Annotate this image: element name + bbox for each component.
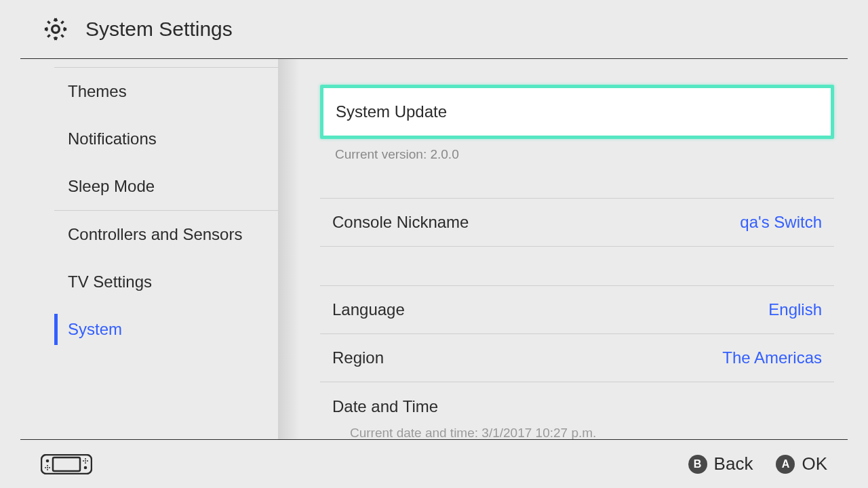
- sidebar-item-themes[interactable]: Themes: [54, 68, 278, 115]
- sidebar-item-label: Controllers and Sensors: [68, 225, 242, 244]
- svg-point-10: [85, 460, 86, 462]
- svg-point-11: [83, 460, 84, 462]
- svg-point-7: [49, 467, 50, 468]
- controller-icon: [41, 454, 92, 474]
- main-area: amiibo Themes Notifications Sleep Mode C…: [20, 59, 854, 439]
- page-title: System Settings: [85, 18, 233, 41]
- gear-icon: [42, 16, 69, 43]
- row-label: Region: [332, 348, 384, 367]
- sidebar-item-notifications[interactable]: Notifications: [54, 115, 278, 163]
- svg-point-5: [47, 467, 48, 468]
- svg-point-8: [47, 465, 48, 466]
- row-value: The Americas: [722, 348, 822, 367]
- datetime-current: Current date and time: 3/1/2017 10:27 p.…: [335, 418, 611, 439]
- svg-point-13: [85, 458, 86, 460]
- sidebar-item-label: Notifications: [68, 129, 157, 148]
- svg-point-0: [52, 26, 60, 33]
- footer-actions: B Back A OK: [688, 453, 827, 474]
- content-pane: System Update Current version: 2.0.0 Con…: [300, 59, 854, 439]
- sidebar-item-label: amiibo: [68, 59, 116, 60]
- sidebar-shadow: [278, 59, 300, 439]
- a-button-icon: A: [776, 455, 795, 474]
- sidebar-item-label: System: [68, 320, 122, 339]
- row-system-update[interactable]: System Update: [320, 85, 834, 139]
- svg-point-12: [87, 460, 88, 462]
- section-gap: [320, 162, 834, 199]
- footer: B Back A OK: [20, 439, 848, 488]
- sidebar-item-label: Sleep Mode: [68, 177, 155, 196]
- row-label: Console Nickname: [332, 213, 469, 232]
- row-label: System Update: [336, 102, 447, 121]
- sidebar-item-sleep-mode[interactable]: Sleep Mode: [54, 163, 278, 210]
- sidebar-item-label: TV Settings: [68, 272, 152, 291]
- b-button-icon: B: [688, 455, 707, 474]
- sidebar: amiibo Themes Notifications Sleep Mode C…: [20, 59, 278, 439]
- row-language[interactable]: Language English: [320, 286, 834, 334]
- svg-point-14: [85, 462, 86, 464]
- svg-point-3: [46, 459, 50, 462]
- back-hint[interactable]: B Back: [688, 453, 753, 474]
- system-update-version: Current version: 2.0.0: [320, 139, 834, 162]
- row-console-nickname[interactable]: Console Nickname qa's Switch: [320, 199, 834, 247]
- section-gap: [320, 247, 834, 286]
- svg-point-4: [84, 466, 87, 469]
- back-label: Back: [714, 453, 753, 474]
- sidebar-item-label: Themes: [68, 82, 127, 101]
- svg-point-6: [45, 467, 46, 468]
- row-value: qa's Switch: [740, 213, 822, 232]
- row-region[interactable]: Region The Americas: [320, 334, 834, 382]
- sidebar-item-controllers-sensors[interactable]: Controllers and Sensors: [54, 211, 278, 258]
- svg-point-9: [47, 469, 48, 470]
- svg-rect-2: [53, 458, 80, 471]
- header: System Settings: [20, 0, 848, 59]
- sidebar-item-amiibo[interactable]: amiibo: [54, 59, 278, 67]
- sidebar-item-tv-settings[interactable]: TV Settings: [54, 258, 278, 306]
- row-label: Date and Time: [332, 397, 438, 416]
- row-label: Language: [332, 300, 405, 319]
- sidebar-item-system[interactable]: System: [54, 306, 278, 353]
- ok-hint[interactable]: A OK: [776, 453, 827, 474]
- row-value: English: [768, 300, 822, 319]
- ok-label: OK: [802, 453, 827, 474]
